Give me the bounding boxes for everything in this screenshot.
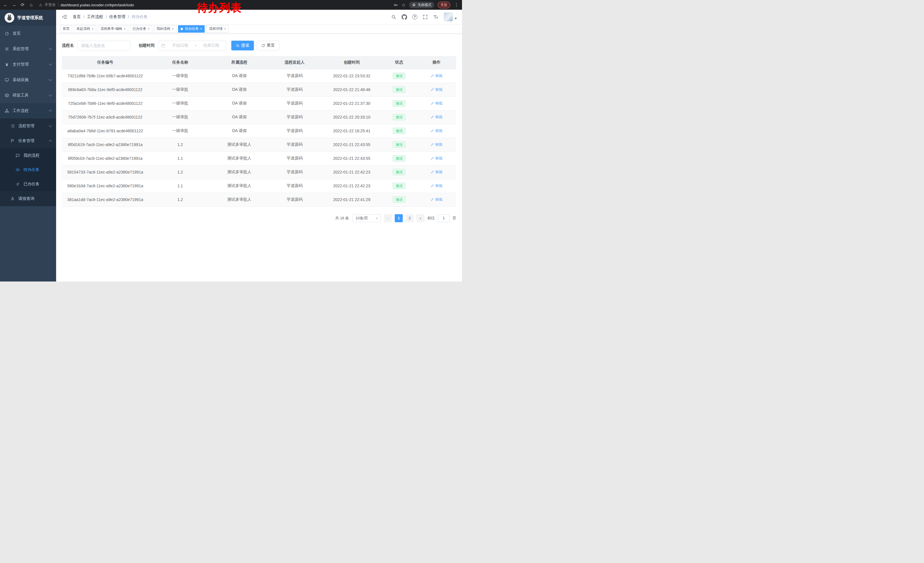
back-icon[interactable]: ← [3,3,8,7]
close-icon[interactable]: × [200,27,202,31]
approve-link[interactable]: 审批 [430,128,443,134]
breadcrumb-workflow[interactable]: 工作流程 [87,14,103,20]
approve-link[interactable]: 审批 [430,197,443,202]
cell-actions: 审批 [417,165,456,179]
sidebar-item-my-process[interactable]: 我的流程 [0,148,56,163]
close-icon[interactable]: × [148,27,150,31]
page-button-1[interactable]: 1 [395,214,403,222]
close-icon[interactable]: × [172,27,174,31]
cell-status: 激活 [381,193,417,206]
next-page-button[interactable]: › [417,214,424,222]
approve-link[interactable]: 审批 [430,101,443,106]
edit-pencil-icon [430,74,434,78]
user-avatar-menu[interactable] [444,12,457,21]
edit-pencil-icon [430,101,434,105]
sidebar-item-todo-tasks[interactable]: 待办任务 [0,163,56,177]
approve-link-label: 审批 [435,197,443,202]
reset-button[interactable]: 重置 [257,41,279,50]
process-name-input[interactable] [77,41,130,50]
approve-link[interactable]: 审批 [430,170,443,175]
app-navbar: 首页 / 工作流程 / 任务管理 / 待办任务 ? [56,10,462,24]
tab-todo-tasks[interactable]: 待办任务 × [178,25,205,33]
cell-created: 2022-01-22 21:48:48 [322,83,381,96]
breadcrumb-task-mgmt[interactable]: 任务管理 [110,14,125,20]
edit-pencil-icon [430,143,434,146]
tab-label: 已办任务 [132,26,146,31]
breadcrumb-home[interactable]: 首页 [73,14,81,20]
tab-process-detail[interactable]: 流程详情 × [206,25,229,33]
approve-link[interactable]: 审批 [430,114,443,120]
tab-my-process[interactable]: 我的流程 × [154,25,176,33]
close-icon[interactable]: × [124,27,126,31]
home-icon[interactable]: ⌂ [28,3,34,7]
sidebar-item-done-tasks[interactable]: 已办任务 [0,177,56,191]
update-button[interactable]: 更新 [438,2,450,8]
approve-link[interactable]: 审批 [430,142,443,147]
page-size-select[interactable]: 10条/页 [352,214,381,222]
workflow-submenu: 流程管理 任务管理 我的流程 待办任务 [0,119,56,206]
sidebar-item-home[interactable]: 首页 [0,26,56,41]
table-row: 725a1eb6-7b88-11ec-8ef0-acde48001122 一级审… [62,96,456,110]
table-row: 73211d9d-7b9b-11ec-b5b7-acde48001122 一级审… [62,69,456,83]
sidebar-item-payment[interactable]: ¥ 支付管理 [0,57,56,72]
cell-created: 2022-01-21 22:43:55 [322,138,381,152]
forward-icon[interactable]: → [12,3,16,7]
close-icon[interactable]: × [92,27,94,31]
chevron-down-icon [49,78,52,81]
table-row: 75d72608-7b7f-11ec-a3c8-acde48001122 一级审… [62,110,456,124]
sidebar-item-process-mgmt[interactable]: 流程管理 [0,119,56,134]
cell-initiator: 芋道源码 [267,138,322,152]
cell-task-name: 1.1 [148,179,212,193]
fullscreen-icon[interactable] [423,14,428,20]
reload-icon[interactable]: ⟳ [20,3,25,7]
search-button-label: 搜索 [241,43,249,48]
sidebar-item-devtools[interactable]: 研发工具 [0,88,56,103]
approve-link[interactable]: 审批 [430,183,443,188]
chevron-down-icon [49,93,52,96]
sidebar-item-infra[interactable]: 基础设施 [0,72,56,88]
tab-form-edit[interactable]: 流程表单-编辑 × [98,25,128,33]
search-button[interactable]: 搜索 [231,41,254,50]
column-header-created: 创建时间 [322,56,381,69]
cell-task-id: 8f0d1619-7ac8-11ec-a9e2-a2380e71991a [62,138,148,152]
address-bar[interactable]: ⚠ 不安全 dashboard.yudao.iocoder.cn/bpm/tas… [39,2,134,8]
github-icon[interactable] [402,14,407,20]
sidebar-item-system[interactable]: 系统管理 [0,41,56,57]
app-logo-row[interactable]: 芋道管理系统 [0,10,56,26]
bookmark-star-icon[interactable]: ☆ [402,2,406,8]
prev-page-button[interactable]: ‹ [384,214,392,222]
cell-initiator: 芋道源码 [267,110,322,124]
sidebar-item-leave-query[interactable]: 请假查询 [0,191,56,206]
tab-start-process[interactable]: 发起流程 × [74,25,96,33]
incognito-label: 无痕模式 [418,3,431,8]
status-badge: 激活 [393,197,405,203]
edit-pencil-icon [430,184,434,188]
sidebar-item-workflow[interactable]: 工作流程 [0,103,56,119]
close-icon[interactable]: × [224,27,226,31]
approve-link[interactable]: 审批 [430,156,443,161]
font-size-icon[interactable] [433,14,438,20]
approve-link[interactable]: 审批 [430,87,443,92]
tab-home[interactable]: 首页 [60,25,72,33]
browser-menu-icon[interactable]: ⋮ [454,2,459,8]
toolbox-icon [4,93,9,98]
tab-done-tasks[interactable]: 已办任务 × [130,25,152,33]
cell-process: OA 请假 [212,124,267,138]
help-icon[interactable]: ? [412,14,417,20]
search-icon[interactable] [391,14,396,20]
sidebar-collapse-icon[interactable] [61,14,68,20]
approve-link[interactable]: 审批 [430,73,443,78]
password-key-icon[interactable] [393,3,398,8]
goto-page-input[interactable] [438,214,450,222]
avatar[interactable] [444,12,453,21]
create-time-range-picker[interactable]: 开始日期 - 结束日期 [158,41,226,50]
sidebar-item-label: 已办任务 [24,182,51,187]
approve-link-label: 审批 [435,114,443,120]
sidebar-item-task-mgmt[interactable]: 任务管理 [0,134,56,148]
breadcrumb-separator: / [128,15,129,19]
cell-created: 2022-01-21 22:42:23 [322,179,381,193]
update-label: 更新 [441,3,447,8]
cell-process: OA 请假 [212,69,267,83]
status-badge: 激活 [393,169,405,175]
page-button-2[interactable]: 2 [406,214,414,222]
